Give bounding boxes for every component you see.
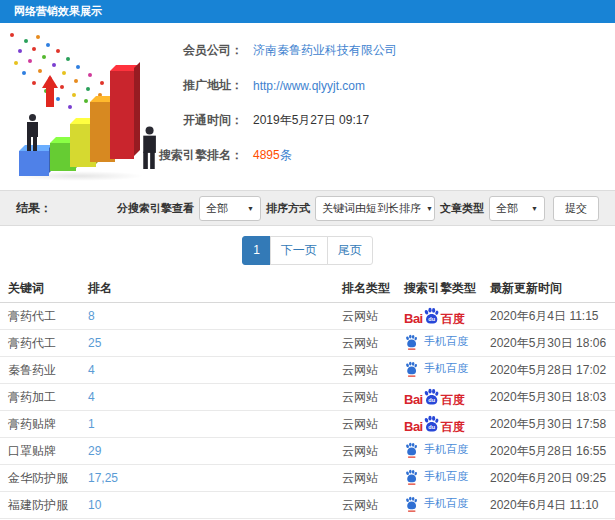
rank-type-cell: 云网站	[334, 465, 396, 492]
page: 网络营销效果展示 会员公司： 济南秦鲁药业科技有限公司 推广地址： http:/…	[0, 0, 615, 520]
rank-cell: 1	[80, 411, 334, 438]
chevron-down-icon: ▼	[247, 205, 254, 212]
mobile-baidu-badge: 手机百度	[404, 361, 468, 377]
mobile-baidu-label: 手机百度	[424, 496, 468, 511]
submit-button[interactable]: 提交	[553, 196, 599, 221]
baidu-logo-text-bai: Bai	[404, 420, 423, 433]
rank-cell: 29	[80, 438, 334, 465]
keyword-cell: 膏药代工	[0, 330, 80, 357]
mobile-baidu-badge: 手机百度	[404, 496, 468, 512]
member-company-link[interactable]: 济南秦鲁药业科技有限公司	[253, 42, 397, 59]
article-type-select[interactable]: 全部 ▼	[489, 196, 545, 221]
table-row: 秦鲁药业4云网站手机百度2020年5月28日 17:02	[0, 357, 615, 384]
keyword-cell: 膏药贴牌	[0, 411, 80, 438]
keyword-cell: 膏药代工	[0, 303, 80, 330]
mobile-baidu-label: 手机百度	[424, 361, 468, 376]
search-engine-cell: 手机百度	[396, 465, 482, 492]
rank-type-cell: 云网站	[334, 384, 396, 411]
rank-link[interactable]: 4	[88, 390, 95, 404]
column-header: 关键词	[0, 275, 80, 303]
updated-time-cell: 2020年6月4日 11:10	[482, 492, 615, 519]
table-row: 膏药加工4云网站Baidu百度2020年5月30日 18:03	[0, 384, 615, 411]
rank-link[interactable]: 29	[88, 444, 101, 458]
promo-url-link[interactable]: http://www.qlyyjt.com	[253, 79, 365, 93]
table-row: 膏药贴牌1云网站Baidu百度2020年5月30日 17:58	[0, 411, 615, 438]
article-type-select-value: 全部	[496, 201, 518, 216]
filter-controls: 分搜索引擎查看 全部 ▼ 排序方式 关键词由短到长排序 ▼ 文章类型 全部 ▼ …	[117, 196, 599, 221]
rank-link[interactable]: 10	[88, 498, 101, 512]
chevron-down-icon: ▼	[531, 205, 538, 212]
baidu-logo-text-cn: 百度	[441, 313, 465, 325]
svg-text:du: du	[428, 397, 435, 403]
svg-text:du: du	[428, 424, 435, 430]
column-header: 搜索引擎类型	[396, 275, 482, 303]
page-title: 网络营销效果展示	[14, 5, 102, 17]
rank-link[interactable]: 17,25	[88, 471, 118, 485]
search-engine-cell: Baidu百度	[396, 384, 482, 411]
search-engine-cell: 手机百度	[396, 438, 482, 465]
info-section: 会员公司： 济南秦鲁药业科技有限公司 推广地址： http://www.qlyy…	[0, 23, 615, 190]
sort-select[interactable]: 关键词由短到长排序 ▼	[315, 196, 435, 221]
open-time-label: 开通时间：	[0, 112, 243, 129]
rank-link[interactable]: 8	[88, 309, 95, 323]
updated-time-cell: 2020年5月28日 17:02	[482, 357, 615, 384]
table-row: 金华防护服17,25云网站手机百度2020年6月20日 09:25	[0, 465, 615, 492]
keyword-cell: 秦鲁药业	[0, 357, 80, 384]
mobile-baidu-label: 手机百度	[424, 334, 468, 349]
keyword-table-body: 膏药代工8云网站Baidu百度2020年6月4日 11:15膏药代工25云网站手…	[0, 303, 615, 520]
ranking-count-value: 4895条	[253, 147, 292, 164]
baidu-logo-text-cn: 百度	[441, 421, 465, 433]
baidu-paw-icon	[404, 361, 419, 377]
rank-link[interactable]: 4	[88, 363, 95, 377]
baidu-logo-text-bai: Bai	[404, 312, 423, 325]
keyword-cell: 口罩贴牌	[0, 438, 80, 465]
rank-link[interactable]: 25	[88, 336, 101, 350]
table-header-row: 关键词排名排名类型搜索引擎类型最新更新时间	[0, 275, 615, 303]
mobile-baidu-badge: 手机百度	[404, 334, 468, 350]
updated-time-cell: 2020年6月20日 09:25	[482, 465, 615, 492]
filter-bar: 结果： 分搜索引擎查看 全部 ▼ 排序方式 关键词由短到长排序 ▼ 文章类型 全…	[0, 190, 615, 226]
table-row: 膏药代工8云网站Baidu百度2020年6月4日 11:15	[0, 303, 615, 330]
search-engine-cell: 手机百度	[396, 492, 482, 519]
baidu-paw-icon	[404, 442, 419, 458]
promo-url-row: 推广地址： http://www.qlyyjt.com	[0, 68, 615, 103]
baidu-logo: Baidu百度	[404, 388, 465, 406]
keyword-cell: 金华防护服	[0, 465, 80, 492]
keyword-cell: 福建防护服	[0, 492, 80, 519]
engine-view-label: 分搜索引擎查看	[117, 201, 194, 216]
engine-select[interactable]: 全部 ▼	[199, 196, 261, 221]
baidu-paw-icon	[404, 496, 419, 512]
titlebar: 网络营销效果展示	[0, 0, 615, 23]
last-page-button[interactable]: 尾页	[327, 236, 373, 265]
mobile-baidu-badge: 手机百度	[404, 469, 468, 485]
rank-cell: 4	[80, 384, 334, 411]
next-page-button[interactable]: 下一页	[270, 236, 328, 265]
baidu-logo: Baidu百度	[404, 307, 465, 325]
sort-label: 排序方式	[266, 201, 310, 216]
column-header: 排名	[80, 275, 334, 303]
table-row: 福建防护服10云网站手机百度2020年6月4日 11:10	[0, 492, 615, 519]
updated-time-cell: 2020年5月30日 18:03	[482, 384, 615, 411]
rank-type-cell: 云网站	[334, 330, 396, 357]
baidu-paw-icon: du	[422, 388, 441, 408]
svg-text:du: du	[428, 316, 435, 322]
keyword-cell: 膏药加工	[0, 384, 80, 411]
open-time-value: 2019年5月27日 09:17	[253, 112, 369, 129]
updated-time-cell: 2020年5月30日 18:06	[482, 330, 615, 357]
table-row: 口罩贴牌29云网站手机百度2020年5月28日 16:55	[0, 438, 615, 465]
mobile-baidu-badge: 手机百度	[404, 442, 468, 458]
mobile-baidu-label: 手机百度	[424, 442, 468, 457]
sort-select-value: 关键词由短到长排序	[322, 201, 421, 216]
table-row: 膏药代工25云网站手机百度2020年5月30日 18:06	[0, 330, 615, 357]
page-1-button[interactable]: 1	[242, 236, 271, 265]
updated-time-cell: 2020年6月4日 11:15	[482, 303, 615, 330]
baidu-paw-icon	[404, 334, 419, 350]
rank-link[interactable]: 1	[88, 417, 95, 431]
baidu-logo-text-cn: 百度	[441, 394, 465, 406]
chevron-down-icon: ▼	[426, 205, 433, 212]
rank-cell: 17,25	[80, 465, 334, 492]
rank-type-cell: 云网站	[334, 492, 396, 519]
baidu-paw-icon: du	[422, 415, 441, 435]
info-rows: 会员公司： 济南秦鲁药业科技有限公司 推广地址： http://www.qlyy…	[0, 33, 615, 173]
rank-cell: 4	[80, 357, 334, 384]
